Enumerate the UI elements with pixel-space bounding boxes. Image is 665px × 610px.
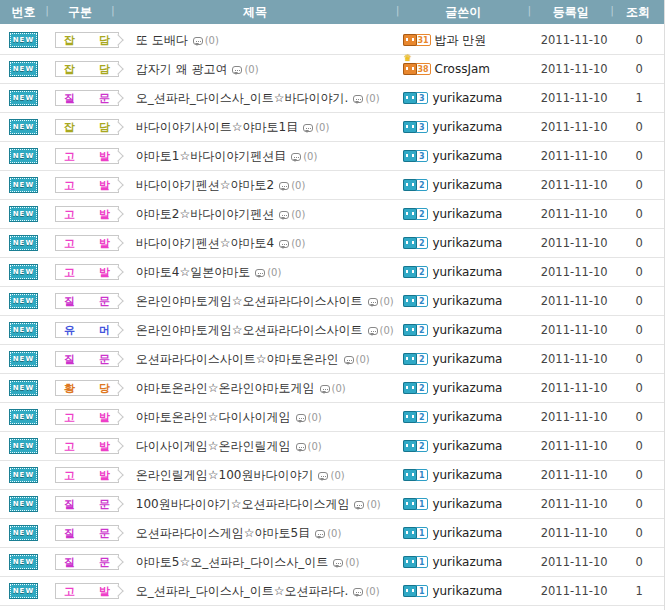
table-row: NEW고발바다이야기펜션☆야마토4(0)2yurikazuma2011-11-1… [0, 229, 664, 258]
post-title-link[interactable]: 다이사이게임☆온라인릴게임 [136, 438, 291, 455]
new-post-icon: NEW [10, 178, 37, 192]
table-row: NEW질문오션파라다이스사이트☆야마토온라인(0)2yurikazuma2011… [0, 345, 664, 374]
author-name-link[interactable]: yurikazuma [432, 120, 502, 134]
view-count: 0 [614, 548, 664, 576]
post-date: 2011-11-10 [534, 26, 614, 54]
author-name-link[interactable]: yurikazuma [432, 352, 502, 366]
new-post-icon: NEW [10, 526, 37, 540]
post-title-link[interactable]: 바다이야기펜션☆야마토4 [136, 235, 274, 252]
author-name-link[interactable]: yurikazuma [432, 381, 502, 395]
author-level-badge: 3 [415, 121, 428, 133]
author-level-badge: 1 [415, 585, 428, 597]
author-avatar-icon [403, 208, 417, 220]
author-level-badge: 2 [415, 353, 428, 365]
author-name-link[interactable]: yurikazuma [432, 526, 502, 540]
new-post-icon: NEW [10, 468, 37, 482]
author-cell: 31밥과 만원 [399, 26, 534, 54]
category-cell: 질문 [47, 519, 130, 547]
post-title-link[interactable]: 바다이야기펜션☆야마토2 [136, 177, 274, 194]
author-avatar-icon [403, 150, 417, 162]
author-name-link[interactable]: yurikazuma [432, 584, 502, 598]
post-title-link[interactable]: 온라인야마토게임☆오션파라다이스사이트 [136, 293, 363, 310]
title-cell: 바다이야기펜션☆야마토4(0) [130, 229, 400, 257]
category-label: 질 [64, 93, 75, 104]
author-cell: 2yurikazuma [399, 200, 534, 228]
author-cell: ♛38CrossJam [399, 55, 534, 83]
category-cell: 고발 [47, 432, 130, 460]
table-row: NEW황당야마토온라인☆온라인야마토게임(0)2yurikazuma2011-1… [0, 374, 664, 403]
table-row: NEW고발야마토1☆바다이야기펜션目(0)3yurikazuma2011-11-… [0, 142, 664, 171]
category-badge: 유머 [55, 322, 119, 338]
post-title-link[interactable]: 오_션파라_다이스사_이트☆오션파라다. [136, 583, 349, 600]
category-badge: 질문 [55, 90, 119, 106]
table-row: NEW질문오션파라다이스게임☆야마토5目(0)1yurikazuma2011-1… [0, 519, 664, 548]
category-label: 문 [99, 296, 110, 307]
author-name-link[interactable]: yurikazuma [432, 410, 502, 424]
comment-count: (0) [330, 470, 344, 481]
author-name-link[interactable]: yurikazuma [432, 207, 502, 221]
post-title-link[interactable]: 야마토1☆바다이야기펜션目 [136, 148, 286, 165]
author-name-link[interactable]: 밥과 만원 [435, 32, 487, 49]
category-cell: 고발 [47, 258, 130, 286]
author-name-link[interactable]: yurikazuma [432, 323, 502, 337]
title-cell: 100원바다이야기☆오션파라다이스게임(0) [130, 490, 400, 518]
category-badge-tail-icon [113, 35, 124, 46]
author-name-link[interactable]: yurikazuma [432, 439, 502, 453]
author-avatar-icon [403, 34, 417, 46]
title-cell: 야마토1☆바다이야기펜션目(0) [130, 142, 400, 170]
new-post-icon: NEW [10, 33, 37, 47]
author-name-link[interactable]: yurikazuma [432, 265, 502, 279]
category-badge-tail-icon [113, 93, 124, 104]
post-title-link[interactable]: 바다이야기사이트☆야마토1目 [136, 119, 298, 136]
post-title-link[interactable]: 오_션파라_다이스사_이트☆바다이야기. [136, 90, 349, 107]
author-name-link[interactable]: yurikazuma [432, 468, 502, 482]
post-date: 2011-11-10 [534, 171, 614, 199]
comment-bubble-icon [354, 501, 364, 509]
post-title-link[interactable]: 100원바다이야기☆오션파라다이스게임 [136, 496, 350, 513]
post-title-link[interactable]: 또 도배다 [136, 32, 188, 49]
author-name-link[interactable]: yurikazuma [432, 149, 502, 163]
author-name-link[interactable]: yurikazuma [432, 497, 502, 511]
category-label: 고 [64, 209, 75, 220]
author-name-link[interactable]: yurikazuma [432, 91, 502, 105]
title-cell: 온라인야마토게임☆오션파라다이스사이트(0) [130, 316, 400, 344]
author-name-link[interactable]: yurikazuma [432, 236, 502, 250]
author-name-link[interactable]: yurikazuma [432, 294, 502, 308]
post-title-link[interactable]: 온라인야마토게임☆오션파라다이스사이트 [136, 322, 363, 339]
column-header-number: 번호 [0, 4, 47, 21]
category-label: 담 [99, 122, 110, 133]
category-cell: 잡담 [47, 55, 130, 83]
row-number-cell: NEW [0, 345, 47, 373]
post-title-link[interactable]: 갑자기 왜 광고여 [136, 61, 228, 78]
comment-count: (0) [308, 441, 322, 452]
post-title-link[interactable]: 야마토2☆바다이야기펜션 [136, 206, 274, 223]
category-label: 고 [64, 267, 75, 278]
post-title-link[interactable]: 야마토5☆오_션파라_다이스사_이트 [136, 554, 328, 571]
post-date: 2011-11-10 [534, 229, 614, 257]
post-title-link[interactable]: 오션파라다이스사이트☆야마토온라인 [136, 351, 339, 368]
new-post-icon: NEW [10, 149, 37, 163]
author-avatar-icon [403, 527, 417, 539]
post-title-link[interactable]: 온라인릴게임☆100원바다이야기 [136, 467, 314, 484]
author-avatar-icon [403, 179, 417, 191]
new-post-icon: NEW [10, 120, 37, 134]
post-title-link[interactable]: 야마토온라인☆다이사이게임 [136, 409, 291, 426]
category-cell: 질문 [47, 287, 130, 315]
table-row: NEW고발야마토4☆일본야마토(0)2yurikazuma2011-11-100 [0, 258, 664, 287]
post-title-link[interactable]: 오션파라다이스게임☆야마토5目 [136, 525, 310, 542]
author-name-link[interactable]: yurikazuma [432, 555, 502, 569]
category-label: 문 [99, 528, 110, 539]
author-cell: 1yurikazuma [399, 490, 534, 518]
author-avatar-icon [403, 121, 417, 133]
author-name-link[interactable]: CrossJam [435, 62, 490, 76]
comment-bubble-icon [255, 269, 265, 277]
author-cell: 2yurikazuma [399, 345, 534, 373]
author-name-link[interactable]: yurikazuma [432, 178, 502, 192]
post-title-link[interactable]: 야마토온라인☆온라인야마토게임 [136, 380, 315, 397]
post-date: 2011-11-10 [534, 577, 614, 605]
category-label: 당 [99, 383, 110, 394]
post-title-link[interactable]: 야마토4☆일본야마토 [136, 264, 250, 281]
post-date: 2011-11-10 [534, 258, 614, 286]
category-label: 질 [64, 296, 75, 307]
author-level-badge: 2 [415, 208, 428, 220]
